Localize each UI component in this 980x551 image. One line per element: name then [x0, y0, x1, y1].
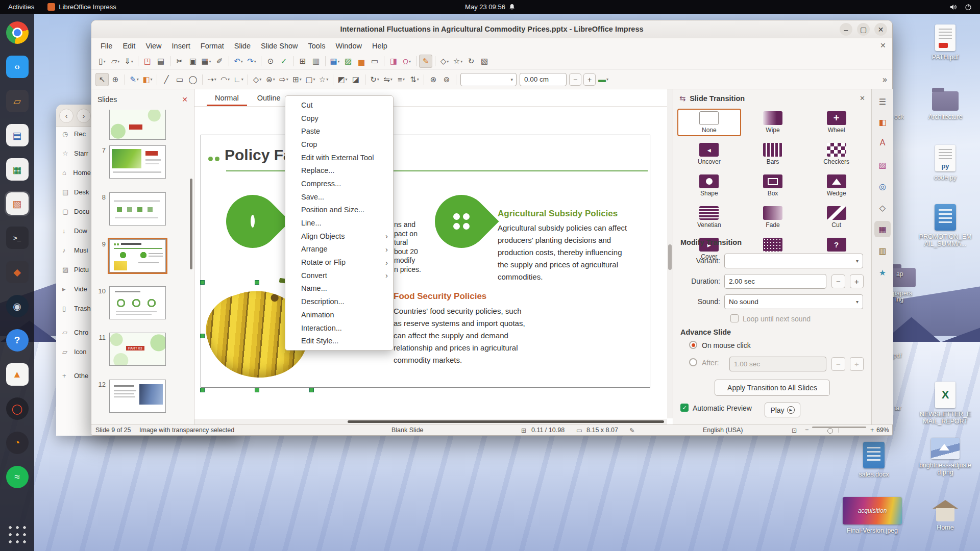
gear-leaf-shape[interactable]: [215, 184, 290, 259]
master-slides[interactable]: ▥: [874, 242, 891, 259]
paste[interactable]: ▦ ▾: [200, 55, 213, 68]
zoom-pan[interactable]: ⊕: [109, 73, 122, 86]
menu-item[interactable]: Format: [195, 40, 229, 52]
sound-select[interactable]: No sound▾: [724, 294, 863, 309]
find-replace[interactable]: ⊙: [264, 55, 277, 68]
libreoffice-writer[interactable]: ▤: [6, 124, 29, 146]
context-menu-item[interactable]: Edit with External Tool: [285, 151, 393, 164]
context-menu-item[interactable]: Rotate or Flip ›: [285, 256, 393, 269]
files[interactable]: ▱: [6, 90, 29, 112]
line-width-field[interactable]: 0.00 cm: [520, 73, 567, 86]
slide-thumbnail-row[interactable]: 10: [94, 286, 166, 319]
context-menu-item[interactable]: Arrange ›: [285, 243, 393, 256]
context-menu-item[interactable]: Description...: [285, 295, 393, 308]
minimize-button[interactable]: –: [840, 23, 852, 36]
rotate[interactable]: ↻ ▾: [368, 73, 381, 86]
files-sidebar-item[interactable]: ↓ Dow: [56, 223, 91, 238]
basic-shapes[interactable]: ◇ ▾: [251, 73, 264, 86]
document-modified-icon[interactable]: ✎: [629, 427, 634, 434]
maximize-button[interactable]: ▢: [857, 23, 870, 36]
terminal[interactable]: >_: [6, 227, 29, 249]
clock-menu[interactable]: May 23 09:56: [465, 3, 515, 11]
slide-thumbnail[interactable]: [109, 380, 166, 413]
loop-sound-checkbox[interactable]: [730, 314, 739, 322]
media-editor[interactable]: ◆: [6, 261, 29, 283]
3d-objects[interactable]: ◩ ▾: [336, 73, 349, 86]
app-grid[interactable]: [7, 524, 28, 545]
files-sidebar-item[interactable]: ▱ Chro: [56, 324, 91, 340]
insert-image[interactable]: ▨: [341, 55, 355, 68]
files-sidebar-item[interactable]: ◷ Rec: [56, 126, 91, 141]
menu-item[interactable]: Slide: [229, 40, 256, 52]
browser-dark[interactable]: ◯: [6, 397, 29, 420]
context-menu-item[interactable]: Edit Style...: [285, 334, 393, 347]
slide-thumbnail[interactable]: [109, 145, 166, 179]
toolbar-overflow-button[interactable]: »: [883, 75, 887, 84]
stars[interactable]: ☆ ▾: [451, 55, 464, 68]
lines-arrows[interactable]: ⇢ ▾: [205, 73, 218, 86]
transition-tile[interactable]: Venetian: [677, 204, 741, 231]
after-increase-button[interactable]: +: [850, 357, 864, 371]
navigator[interactable]: ◎: [874, 178, 891, 194]
zoom-in-button[interactable]: +: [870, 427, 874, 434]
selection-handle[interactable]: [200, 388, 205, 392]
files-sidebar-item[interactable]: ☆ Starr: [56, 145, 91, 161]
horizontal-scrollbar[interactable]: [194, 419, 667, 424]
transition-tile[interactable]: Uncover: [677, 140, 741, 168]
export-pdf[interactable]: ◳: [141, 55, 154, 68]
on-mouse-click-radio[interactable]: [689, 341, 697, 349]
after-field[interactable]: 1.00 sec: [729, 357, 826, 371]
width-decrease-button[interactable]: −: [569, 73, 581, 86]
slide-thumbnail[interactable]: [109, 192, 166, 226]
transition-tile[interactable]: Box: [741, 172, 805, 199]
files-sidebar-item[interactable]: ▨ Pictu: [56, 262, 91, 277]
selection-handle[interactable]: [200, 334, 205, 338]
view-tab[interactable]: Normal: [207, 91, 247, 106]
print[interactable]: ▤: [154, 55, 167, 68]
system-status-area[interactable]: [950, 4, 980, 11]
after-radio[interactable]: [689, 358, 697, 366]
files-sidebar-item[interactable]: + Othe: [56, 368, 91, 383]
fit-slide-icon[interactable]: ⊡: [792, 427, 797, 434]
activities-button[interactable]: Activities: [0, 0, 42, 14]
selection-handle[interactable]: [255, 280, 259, 285]
vscode[interactable]: ‹›: [6, 56, 29, 78]
menu-item[interactable]: Window: [330, 40, 367, 52]
stars-banners[interactable]: ☆ ▾: [317, 73, 330, 86]
transition-tile[interactable]: Cut: [804, 204, 868, 231]
steam[interactable]: ◉: [6, 295, 29, 317]
context-menu-item[interactable]: Paste: [285, 124, 393, 138]
desktop-icon[interactable]: Home: [919, 500, 972, 531]
slide-layout-status[interactable]: Blank Slide: [391, 427, 424, 434]
food-security-heading[interactable]: Food Security Policies: [394, 291, 486, 302]
libreoffice-impress[interactable]: ▧: [6, 192, 29, 215]
redo[interactable]: ↷ ▾: [245, 55, 258, 68]
slides-panel-scrollbar[interactable]: [190, 179, 192, 269]
zoom-percentage[interactable]: 69%: [876, 427, 889, 434]
menu-item[interactable]: Slide Show: [256, 40, 303, 52]
duration-decrease-button[interactable]: −: [831, 274, 845, 288]
zoom-slider-thumb[interactable]: [827, 428, 833, 434]
files-sidebar-item[interactable]: ⌂ Home: [56, 165, 91, 180]
insert-textbox[interactable]: ▭: [368, 55, 381, 68]
select[interactable]: ↖: [95, 73, 109, 86]
subsidy-heading[interactable]: Agricultural Subsidy Policies: [498, 209, 618, 219]
files-sidebar-item[interactable]: ▸ Vide: [56, 281, 91, 296]
animation[interactable]: ★: [874, 264, 891, 281]
clone-formatting[interactable]: ✐: [213, 55, 226, 68]
transition-tile[interactable]: None: [677, 109, 741, 136]
files-sidebar-item[interactable]: ▤ Desk: [56, 184, 91, 199]
slide-thumbnail-row[interactable]: 12: [94, 380, 166, 413]
display-mode[interactable]: ▧: [478, 55, 491, 68]
apply-to-all-slides-button[interactable]: Apply Transition to All Slides: [715, 380, 830, 396]
food-security-body-text[interactable]: Countries' food security policies, such …: [394, 305, 530, 366]
desktop-icon[interactable]: sales.docx: [847, 442, 900, 478]
rotate[interactable]: ↻: [464, 55, 478, 68]
transition-tile[interactable]: Wipe: [741, 109, 805, 136]
ellipse[interactable]: ◯: [186, 73, 200, 86]
styles[interactable]: A: [874, 135, 891, 151]
shapes[interactable]: ◇: [874, 199, 891, 216]
copy[interactable]: ▣: [186, 55, 200, 68]
new[interactable]: ▯ ▾: [95, 55, 109, 68]
line-style-combo[interactable]: ▾: [460, 73, 517, 86]
